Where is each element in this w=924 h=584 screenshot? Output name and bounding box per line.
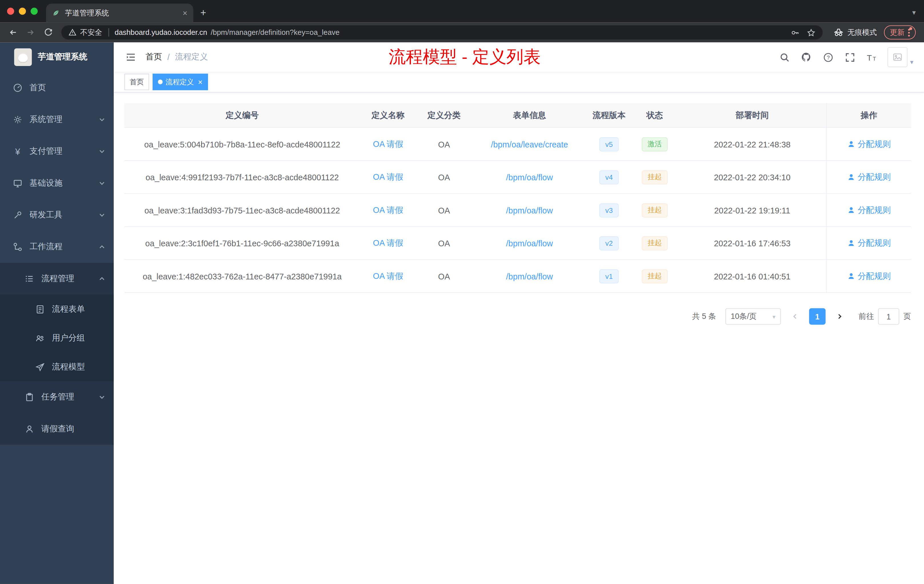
sidebar-item-label: 流程模型 xyxy=(52,361,85,372)
column-header-form-info: 表单信息 xyxy=(472,103,587,127)
user-avatar-dropdown[interactable]: ▾ xyxy=(888,47,913,67)
top-navbar: 首页 / 流程定义 流程模型 - 定义列表 ? TT ▾ xyxy=(114,43,924,72)
cell-definition-id: oa_leave:4:991f2193-7b7f-11ec-a3c8-acde4… xyxy=(124,161,360,193)
definition-name-link[interactable]: OA 请假 xyxy=(373,172,403,182)
browser-update-button[interactable]: 更新 xyxy=(884,25,916,40)
sidebar-item-user-group[interactable]: 用户分组 xyxy=(0,323,114,352)
assign-rule-button[interactable]: 分配规则 xyxy=(847,205,891,215)
cell-deploy-time: 2022-01-16 17:46:53 xyxy=(678,227,826,259)
sidebar-item-system-management[interactable]: 系统管理 xyxy=(0,104,114,135)
page-size-select[interactable]: 10条/页 ▾ xyxy=(726,308,781,325)
chevron-up-icon xyxy=(98,275,106,282)
font-size-icon[interactable]: TT xyxy=(866,51,878,63)
assign-rule-button[interactable]: 分配规则 xyxy=(847,139,891,149)
window-minimize-button[interactable] xyxy=(19,8,26,15)
sidebar-item-leave-query[interactable]: 请假查询 xyxy=(0,413,114,445)
status-badge: 挂起 xyxy=(642,170,668,184)
table-row: oa_leave:4:991f2193-7b7f-11ec-a3c8-acde4… xyxy=(124,161,911,194)
window-zoom-button[interactable] xyxy=(31,8,38,15)
page-unit-label: 页 xyxy=(903,311,911,322)
table-row: oa_leave:2:3c1f0ef1-76b1-11ec-9c66-a2380… xyxy=(124,227,911,260)
tag-home[interactable]: 首页 xyxy=(124,74,149,90)
form-info-link[interactable]: /bpm/oa/flow xyxy=(506,205,553,215)
fullscreen-icon[interactable] xyxy=(844,51,856,63)
tag-close-icon[interactable]: × xyxy=(198,78,203,86)
passwords-key-icon[interactable] xyxy=(791,28,800,37)
update-badge xyxy=(909,27,912,30)
new-tab-button[interactable]: + xyxy=(200,7,206,19)
tag-process-definition[interactable]: 流程定义 × xyxy=(153,74,208,90)
person-icon xyxy=(847,173,855,181)
sidebar-item-dev-tools[interactable]: 研发工具 xyxy=(0,199,114,231)
tag-label: 首页 xyxy=(130,77,144,87)
help-icon[interactable]: ? xyxy=(822,51,834,63)
form-info-link[interactable]: /bpm/oa/flow xyxy=(506,271,553,281)
document-icon xyxy=(35,304,45,314)
sidebar-item-label: 支付管理 xyxy=(30,146,63,157)
form-info-link[interactable]: /bpm/oa/leave/create xyxy=(491,139,568,149)
browser-tab[interactable]: 芋道管理系统 × xyxy=(46,3,193,22)
logo-avatar xyxy=(14,48,32,66)
goto-page-input[interactable] xyxy=(878,308,899,325)
definition-name-link[interactable]: OA 请假 xyxy=(373,139,403,149)
app-logo[interactable]: 芋道管理系统 xyxy=(0,43,114,72)
definition-name-link[interactable]: OA 请假 xyxy=(373,205,403,215)
sidebar-item-process-management[interactable]: 流程管理 xyxy=(0,263,114,295)
form-info-link[interactable]: /bpm/oa/flow xyxy=(506,238,553,248)
cell-definition-id: oa_leave:2:3c1f0ef1-76b1-11ec-9c66-a2380… xyxy=(124,227,360,259)
browser-tab-strip: 芋道管理系统 × + ▾ xyxy=(0,0,924,22)
url-host: dashboard.yudao.iocoder.cn xyxy=(115,28,207,36)
avatar xyxy=(888,47,908,67)
assign-rule-label: 分配规则 xyxy=(858,271,891,281)
chevron-up-icon xyxy=(98,243,106,251)
next-page-button[interactable] xyxy=(832,308,848,325)
forward-button[interactable] xyxy=(22,24,39,41)
sidebar-item-infrastructure[interactable]: 基础设施 xyxy=(0,167,114,199)
sidebar-item-label: 流程表单 xyxy=(52,304,85,314)
sidebar-item-home[interactable]: 首页 xyxy=(0,72,114,104)
search-icon[interactable] xyxy=(779,51,790,63)
assign-rule-button[interactable]: 分配规则 xyxy=(847,271,891,281)
status-badge: 挂起 xyxy=(642,203,668,218)
page-number-button[interactable]: 1 xyxy=(809,308,826,325)
cell-deploy-time: 2022-01-22 21:48:38 xyxy=(678,128,826,160)
assign-rule-button[interactable]: 分配规则 xyxy=(847,238,891,248)
person-icon xyxy=(847,239,855,247)
sidebar-toggle-button[interactable] xyxy=(121,47,141,67)
tag-label: 流程定义 xyxy=(166,77,194,87)
assign-rule-button[interactable]: 分配规则 xyxy=(847,172,891,182)
caret-down-icon: ▾ xyxy=(910,58,913,67)
pagination: 共 5 条 10条/页 ▾ 1 前往 页 xyxy=(124,308,911,325)
sidebar-item-process-form[interactable]: 流程表单 xyxy=(0,295,114,323)
browser-menu-icon[interactable] xyxy=(908,28,910,36)
prev-page-button[interactable] xyxy=(787,308,803,325)
form-info-link[interactable]: /bpm/oa/flow xyxy=(506,172,553,182)
column-header-deploy-time: 部署时间 xyxy=(678,103,826,127)
tab-search-chevron-icon[interactable]: ▾ xyxy=(912,8,916,16)
svg-text:?: ? xyxy=(827,54,830,60)
column-header-status: 状态 xyxy=(631,103,678,127)
hamburger-icon xyxy=(125,52,136,63)
address-bar[interactable]: 不安全 dashboard.yudao.iocoder.cn/bpm/manag… xyxy=(61,25,823,40)
sidebar-item-payment-management[interactable]: ¥ 支付管理 xyxy=(0,135,114,167)
github-icon[interactable] xyxy=(800,51,812,63)
version-tag: v2 xyxy=(599,236,619,250)
cell-category: OA xyxy=(416,161,472,193)
reload-button[interactable] xyxy=(40,24,56,41)
tab-close-icon[interactable]: × xyxy=(183,8,187,18)
table-row: oa_leave:5:004b710b-7b8a-11ec-8ef0-acde4… xyxy=(124,128,911,161)
definition-name-link[interactable]: OA 请假 xyxy=(373,271,403,281)
sidebar-item-task-management[interactable]: 任务管理 xyxy=(0,381,114,413)
incognito-icon xyxy=(833,27,844,38)
sidebar-item-process-model[interactable]: 流程模型 xyxy=(0,352,114,381)
breadcrumb-home[interactable]: 首页 xyxy=(145,52,162,63)
definition-name-link[interactable]: OA 请假 xyxy=(373,238,403,248)
column-header-definition-name: 定义名称 xyxy=(360,103,416,127)
back-button[interactable] xyxy=(5,24,21,41)
annotation-title: 流程模型 - 定义列表 xyxy=(114,45,815,69)
window-close-button[interactable] xyxy=(7,8,14,15)
bookmark-star-icon[interactable] xyxy=(807,28,816,37)
person-icon xyxy=(847,140,855,148)
sidebar-item-workflow[interactable]: 工作流程 xyxy=(0,231,114,263)
person-icon xyxy=(847,206,855,214)
